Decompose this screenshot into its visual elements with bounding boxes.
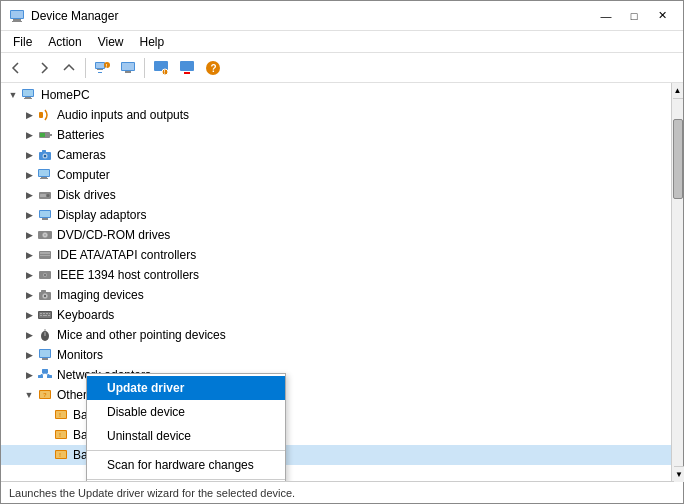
maximize-button[interactable]: □ — [621, 6, 647, 26]
window-title: Device Manager — [31, 9, 118, 23]
svg-rect-58 — [43, 313, 45, 314]
expand-dvd[interactable]: ▶ — [21, 227, 37, 243]
svg-rect-47 — [40, 255, 50, 256]
scan-button[interactable]: ! — [149, 56, 173, 80]
svg-rect-57 — [40, 313, 42, 314]
expand-ide[interactable]: ▶ — [21, 247, 37, 263]
icon-keyboards — [37, 307, 53, 323]
expand-batteries[interactable]: ▶ — [21, 127, 37, 143]
ctx-scan[interactable]: Scan for hardware changes — [87, 453, 285, 477]
device-manager-icon-btn[interactable]: ! — [90, 56, 114, 80]
tree-item-disk[interactable]: ▶ Disk drives — [1, 185, 671, 205]
help-button[interactable]: ? — [201, 56, 225, 80]
forward-button[interactable] — [31, 56, 55, 80]
tree-item-display[interactable]: ▶ Display adaptors — [1, 205, 671, 225]
expand-cameras[interactable]: ▶ — [21, 147, 37, 163]
svg-rect-26 — [50, 134, 52, 136]
context-menu: Update driver Disable device Uninstall d… — [86, 373, 286, 481]
expand-disk[interactable]: ▶ — [21, 187, 37, 203]
ctx-uninstall[interactable]: Uninstall device — [87, 424, 285, 448]
title-bar-left: Device Manager — [9, 8, 118, 24]
label-display: Display adaptors — [57, 208, 146, 222]
expand-computer[interactable]: ▶ — [21, 167, 37, 183]
toolbar: ! ! ? — [1, 53, 683, 83]
label-batteries: Batteries — [57, 128, 104, 142]
icon-other: ? — [37, 387, 53, 403]
tree-item-monitors[interactable]: ▶ Monitors — [1, 345, 671, 365]
svg-rect-52 — [41, 290, 46, 292]
menu-view[interactable]: View — [90, 33, 132, 51]
svg-rect-16 — [180, 61, 194, 71]
ctx-update-driver[interactable]: Update driver — [87, 376, 285, 400]
svg-rect-38 — [40, 194, 46, 197]
display-icon-btn[interactable] — [116, 56, 140, 80]
tree-item-homepc[interactable]: ▼ HomePC — [1, 85, 671, 105]
tree-item-batteries[interactable]: ▶ Batteries — [1, 125, 671, 145]
svg-rect-35 — [40, 178, 48, 179]
ctx-disable[interactable]: Disable device — [87, 400, 285, 424]
tree-item-computer[interactable]: ▶ Computer — [1, 165, 671, 185]
expand-ieee[interactable]: ▶ — [21, 267, 37, 283]
svg-rect-85 — [56, 451, 66, 458]
expand-network[interactable]: ▶ — [21, 367, 37, 383]
expand-monitors[interactable]: ▶ — [21, 347, 37, 363]
title-controls: — □ ✕ — [593, 6, 675, 26]
menu-file[interactable]: File — [5, 33, 40, 51]
tree-item-ide[interactable]: ▶ IDE ATA/ATAPI controllers — [1, 245, 671, 265]
tree-item-ieee[interactable]: ▶ IEEE 1394 host controllers — [1, 265, 671, 285]
label-audio: Audio inputs and outputs — [57, 108, 189, 122]
icon-bsd3: ! — [53, 447, 69, 463]
svg-point-54 — [44, 295, 46, 297]
svg-rect-33 — [39, 170, 49, 176]
back-button[interactable] — [5, 56, 29, 80]
svg-rect-62 — [43, 315, 47, 316]
expand-imaging[interactable]: ▶ — [21, 287, 37, 303]
tree-item-audio[interactable]: ▶ Audio inputs and outputs — [1, 105, 671, 125]
content-area: ▼ HomePC ▶ — [1, 83, 683, 481]
expand-display[interactable]: ▶ — [21, 207, 37, 223]
icon-mice — [37, 327, 53, 343]
toolbar-separator-1 — [85, 58, 86, 78]
expand-homepc[interactable]: ▼ — [5, 87, 21, 103]
label-disk: Disk drives — [57, 188, 116, 202]
icon-bsd2: ! — [53, 427, 69, 443]
label-computer: Computer — [57, 168, 110, 182]
tree-panel[interactable]: ▼ HomePC ▶ — [1, 83, 671, 481]
up-button[interactable] — [57, 56, 81, 80]
expand-audio[interactable]: ▶ — [21, 107, 37, 123]
icon-cameras — [37, 147, 53, 163]
tree-item-cameras[interactable]: ▶ Cameras — [1, 145, 671, 165]
svg-rect-40 — [40, 211, 50, 217]
icon-disk — [37, 187, 53, 203]
svg-rect-60 — [49, 313, 50, 314]
minimize-button[interactable]: — — [593, 6, 619, 26]
menu-help[interactable]: Help — [132, 33, 173, 51]
svg-point-37 — [47, 194, 50, 197]
icon-ide — [37, 247, 53, 263]
menu-action[interactable]: Action — [40, 33, 89, 51]
svg-rect-22 — [25, 97, 31, 98]
expand-mice[interactable]: ▶ — [21, 327, 37, 343]
remove-button[interactable] — [175, 56, 199, 80]
scrollbar-thumb[interactable] — [673, 119, 683, 199]
toolbar-separator-2 — [144, 58, 145, 78]
label-homepc: HomePC — [41, 88, 90, 102]
svg-text:!: ! — [59, 452, 61, 458]
svg-rect-71 — [38, 375, 43, 378]
scrollbar[interactable]: ▲ ▼ — [671, 83, 683, 481]
tree-item-imaging[interactable]: ▶ Imaging devices — [1, 285, 671, 305]
ctx-sep2 — [87, 479, 285, 480]
svg-rect-61 — [40, 315, 42, 316]
tree-item-mice[interactable]: ▶ Mice and other pointing devices — [1, 325, 671, 345]
expand-keyboards[interactable]: ▶ — [21, 307, 37, 323]
label-mice: Mice and other pointing devices — [57, 328, 226, 342]
close-button[interactable]: ✕ — [649, 6, 675, 26]
svg-rect-79 — [56, 411, 66, 418]
tree-item-keyboards[interactable]: ▶ Keyboards — [1, 305, 671, 325]
expand-other[interactable]: ▼ — [21, 387, 37, 403]
svg-text:!: ! — [59, 412, 61, 418]
tree-item-dvd[interactable]: ▶ DVD/CD-ROM drives — [1, 225, 671, 245]
icon-network — [37, 367, 53, 383]
label-ide: IDE ATA/ATAPI controllers — [57, 248, 196, 262]
svg-rect-59 — [46, 313, 48, 314]
